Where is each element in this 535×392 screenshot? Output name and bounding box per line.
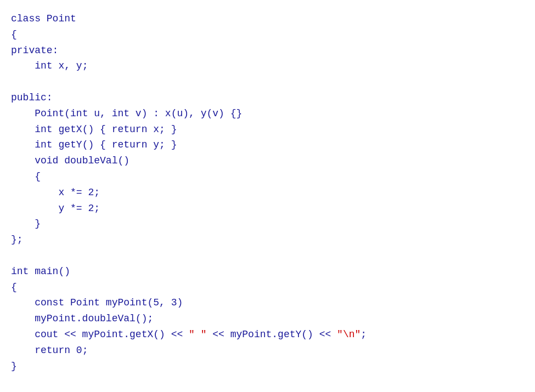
line-12: x *= 2; [11, 187, 100, 198]
line-3: private: [11, 45, 58, 56]
line-1: class Point [11, 13, 76, 24]
line-22: return 0; [11, 345, 88, 356]
line-6: public: [11, 92, 53, 103]
line-13: y *= 2; [11, 203, 100, 214]
line-19: const Point myPoint(5, 3) [11, 297, 183, 308]
line-7: Point(int u, int v) : x(u), y(v) {} [11, 108, 242, 119]
line-11: { [11, 171, 41, 182]
line-18: { [11, 282, 17, 293]
line-14: } [11, 218, 41, 229]
line-15: }; [11, 234, 23, 245]
line-17: int main() [11, 266, 70, 277]
line-8: int getX() { return x; } [11, 124, 177, 135]
line-21: cout << myPoint.getX() << " " << myPoint… [11, 329, 367, 340]
line-4: int x, y; [11, 60, 88, 71]
line-9: int getY() { return y; } [11, 139, 177, 150]
line-20: myPoint.doubleVal(); [11, 313, 153, 324]
line-2: { [11, 29, 17, 40]
code-editor: class Point { private: int x, y; public:… [11, 11, 524, 374]
line-23: } [11, 361, 17, 372]
line-10: void doubleVal() [11, 155, 129, 166]
